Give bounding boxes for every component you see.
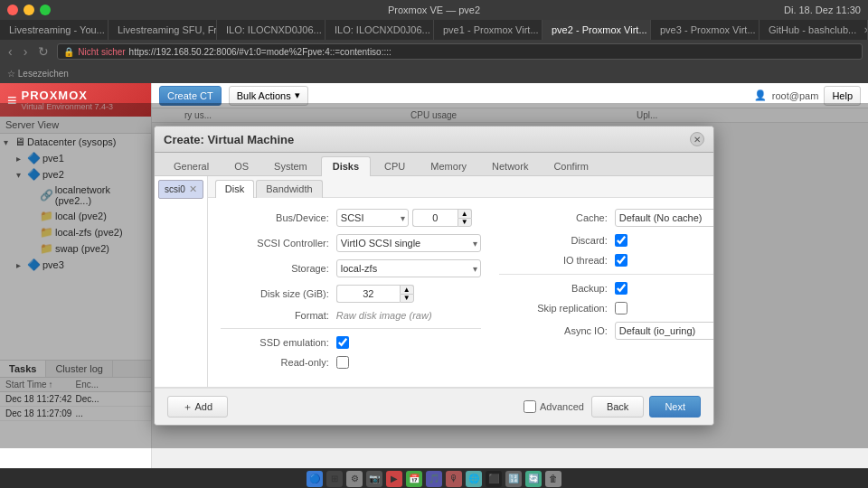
io-thread-row: IO thread: (499, 254, 714, 267)
disk-config: Disk Bandwidth Bus/Device: (208, 176, 714, 387)
tab-2[interactable]: Livestreaming SFU, Fr... ✕ (108, 20, 217, 40)
delete-scsi0-icon[interactable]: ✕ (189, 183, 197, 195)
url-input[interactable]: 🔒 Nicht sicher https://192.168.50.22:800… (57, 43, 863, 60)
scsi0-label: scsi0 (165, 184, 185, 194)
scsi-controller-label: SCSI Controller: (221, 238, 329, 249)
scsi-ctrl-wrapper: VirtIO SCSI single (336, 234, 481, 252)
next-button[interactable]: Next (649, 396, 701, 418)
address-bar: ‹ › ↻ 🔒 Nicht sicher https://192.168.50.… (0, 40, 868, 63)
disk-size-label: Disk size (GiB): (221, 288, 329, 299)
tab-system[interactable]: System (262, 156, 319, 175)
dock-terminal[interactable]: ⬛ (486, 471, 502, 487)
ssd-emulation-label: SSD emulation: (221, 337, 329, 348)
tab-memory[interactable]: Memory (419, 156, 478, 175)
bus-select[interactable]: SCSI (336, 209, 409, 227)
tab-4[interactable]: ILO: ILOCNXD0J06... ✕ (326, 20, 434, 40)
backup-row: Backup: (499, 282, 714, 295)
bookmark-item[interactable]: ☆ Lesezeichen (7, 69, 69, 79)
tab-close-8[interactable]: ✕ (863, 25, 868, 35)
backup-label: Backup: (499, 283, 608, 294)
create-vm-dialog: Create: Virtual Machine ✕ General OS Sys… (154, 126, 714, 426)
dock-calc[interactable]: 🔢 (505, 471, 522, 487)
async-io-row: Async IO: Default (io_uring) (499, 322, 714, 340)
dock-system-prefs[interactable]: ⚙ (346, 471, 363, 487)
discard-checkbox[interactable] (615, 234, 627, 247)
ssd-emulation-row: SSD emulation: (221, 336, 481, 349)
disk-subtabs: Disk Bandwidth (208, 176, 714, 198)
format-row: Format: Raw disk image (raw) (221, 310, 481, 321)
max-btn[interactable] (40, 5, 51, 15)
cache-label: Cache: (499, 212, 608, 223)
tab-8[interactable]: GitHub - bashclub... ✕ (760, 20, 868, 40)
device-down-btn[interactable]: ▼ (458, 218, 472, 227)
footer-buttons: Back Next (591, 396, 701, 418)
scsi-controller-row: SCSI Controller: VirtIO SCSI single (221, 234, 481, 252)
ssd-emulation-checkbox[interactable] (336, 336, 349, 349)
io-thread-checkbox[interactable] (615, 254, 627, 267)
cache-row: Cache: Default (No cache) (499, 209, 714, 227)
tab-os[interactable]: OS (222, 156, 260, 175)
tab-general[interactable]: General (162, 156, 221, 175)
dock-update[interactable]: 🔄 (525, 471, 542, 487)
dock-app6[interactable]: 🌐 (466, 471, 482, 487)
mac-dock: 🔵 ⊞ ⚙ 📷 ▶ 📅 🎵 🎙 🌐 ⬛ 🔢 🔄 🗑 (0, 468, 868, 488)
tab-3[interactable]: ILO: ILOCNXD0J06... ✕ (217, 20, 326, 40)
tab-network[interactable]: Network (480, 156, 540, 175)
advanced-checkbox[interactable] (524, 400, 536, 413)
back-button[interactable]: Back (591, 396, 644, 418)
device-number-input[interactable] (412, 209, 458, 227)
dock-app1[interactable]: 📷 (366, 471, 382, 487)
dialog-overlay: Create: Virtual Machine ✕ General OS Sys… (0, 103, 868, 448)
storage-select[interactable]: local-zfs (336, 259, 481, 277)
disk-list-area: scsi0 ✕ Disk Bandwidth (155, 176, 713, 388)
dock-app2[interactable]: ▶ (386, 471, 402, 487)
close-btn[interactable] (7, 5, 18, 15)
scsi-controller-select[interactable]: VirtIO SCSI single (336, 234, 481, 252)
subtab-disk[interactable]: Disk (215, 180, 254, 198)
advanced-label: Advanced (540, 401, 584, 412)
tab-confirm[interactable]: Confirm (542, 156, 600, 175)
form-divider-2 (499, 274, 714, 275)
async-io-select[interactable]: Default (io_uring) (615, 322, 714, 340)
tab-1[interactable]: Livestreaming - You... ✕ (0, 20, 108, 40)
min-btn[interactable] (24, 5, 34, 15)
dropdown-icon: ▾ (295, 89, 300, 101)
footer-right-area: Advanced Back Next (524, 396, 701, 418)
dock-finder[interactable]: 🔵 (307, 471, 323, 487)
disk-form-body: Bus/Device: SCSI (208, 198, 714, 387)
dock-app5[interactable]: 🎙 (446, 471, 462, 487)
tab-cpu[interactable]: CPU (373, 156, 417, 175)
disk-size-up-btn[interactable]: ▲ (400, 285, 414, 294)
window-title: Proxmox VE — pve2 (388, 5, 480, 15)
forward-button[interactable]: › (21, 44, 31, 59)
cache-select[interactable]: Default (No cache) (615, 209, 714, 227)
add-disk-button[interactable]: ＋ Add (167, 396, 228, 418)
tab-disks[interactable]: Disks (321, 156, 371, 176)
back-button[interactable]: ‹ (5, 44, 15, 59)
device-up-btn[interactable]: ▲ (458, 209, 472, 218)
lock-icon: 🔒 (63, 47, 74, 57)
dialog-close-button[interactable]: ✕ (690, 132, 704, 146)
disk-size-down-btn[interactable]: ▼ (400, 294, 414, 303)
read-only-checkbox[interactable] (336, 356, 349, 369)
dock-app3[interactable]: 📅 (406, 471, 422, 487)
cache-wrapper: Default (No cache) (615, 209, 714, 227)
skip-replication-checkbox[interactable] (615, 302, 627, 314)
disk-size-input[interactable] (336, 285, 400, 303)
dock-trash[interactable]: 🗑 (545, 471, 561, 487)
storage-row: Storage: local-zfs (221, 259, 481, 277)
username: root@pam (772, 90, 819, 101)
read-only-label: Read-only: (221, 357, 329, 368)
backup-checkbox[interactable] (615, 282, 627, 295)
advanced-check: Advanced (524, 400, 584, 413)
form-left-col: Bus/Device: SCSI (221, 209, 481, 376)
tab-7[interactable]: pve3 - Proxmox Virt... ✕ (651, 20, 760, 40)
tab-5[interactable]: pve1 - Proxmox Virt... ✕ (434, 20, 542, 40)
proxmox-brand: PROXMOX (22, 89, 113, 102)
subtab-bandwidth[interactable]: Bandwidth (256, 180, 322, 198)
dock-launchpad[interactable]: ⊞ (326, 471, 343, 487)
dock-app4[interactable]: 🎵 (426, 471, 442, 487)
refresh-button[interactable]: ↻ (35, 44, 52, 59)
tab-6[interactable]: pve2 - Proxmox Virt... ✕ (542, 20, 651, 40)
scsi0-item[interactable]: scsi0 ✕ (158, 180, 203, 199)
